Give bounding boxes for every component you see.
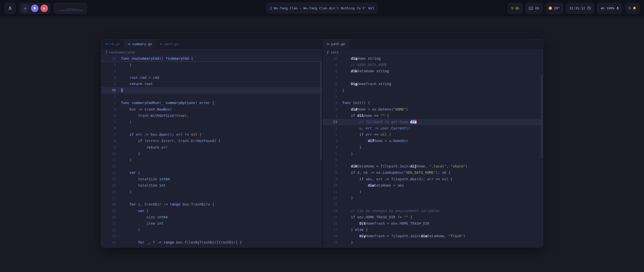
code-line[interactable]: 5} [323, 87, 543, 93]
code-line[interactable]: 1 u, err := user.Current() [323, 125, 543, 131]
code-text: dikDataHome string [342, 68, 389, 74]
code-line[interactable]: 1 return root [101, 81, 322, 87]
recorder-widget[interactable]: 9 [508, 3, 522, 14]
code-line[interactable]: 46} [101, 87, 322, 93]
bar-right-cluster: 9 US 29° 12:31:12 100% [508, 0, 639, 16]
notifications-widget[interactable]: 5 [625, 3, 639, 14]
code-line[interactable]: 7 dihDataHome = filepath.Join(dijHome, "… [323, 163, 543, 169]
go-file-icon: Go [327, 43, 330, 45]
scrollbar-thumb[interactable] [541, 74, 542, 159]
code-line[interactable]: 4 [323, 93, 543, 100]
code-line[interactable]: 12 [101, 163, 322, 169]
code-area-left[interactable]: 26func newSummaryCmd() *summaryCmd {4 }3… [101, 55, 322, 247]
tab-path.go[interactable]: Gopath.go [156, 39, 182, 49]
code-line[interactable]: 9 if abs, err := filepath.Abs(d); err ==… [323, 176, 543, 182]
now-playing-title: Wu-Tang Clan - Wu-Tang Clan Ain't Nuthin… [274, 6, 374, 10]
keyboard-layout-widget[interactable]: US [526, 3, 542, 14]
code-line[interactable]: 7 [323, 75, 543, 81]
temperature-label: 29° [554, 6, 560, 10]
tab-rm.go[interactable]: Gorm.go [101, 39, 124, 49]
code-line[interactable]: 3 box := trash.NewBox( [101, 106, 322, 113]
code-line[interactable]: 18 DiyHomeTrash = filepath.Join(dioDataH… [323, 233, 543, 239]
code-line[interactable]: 4 trash.WithGetSize(true), [101, 113, 322, 119]
code-line[interactable]: 3 [101, 68, 322, 74]
workspace-2[interactable]: N [31, 5, 38, 12]
code-line[interactable]: 20} [323, 246, 543, 247]
code-text: DigHomeTrash string [342, 81, 391, 87]
code-line[interactable]: 25 item++ [101, 246, 322, 247]
code-line[interactable]: 3 difHome = u.HomeDir [323, 138, 543, 144]
code-line[interactable]: 24 for _, f := range box.FilesByTrashDir… [101, 239, 322, 246]
code-line[interactable]: 5 ) [101, 119, 322, 125]
code-line[interactable]: 14 totalSize int64 [101, 176, 322, 182]
volume-widget[interactable]: 100% [597, 3, 622, 14]
code-line[interactable]: 15 if env.HOME_TRASH_DIR != "" { [323, 214, 543, 220]
code-line[interactable]: 19 var ( [101, 208, 322, 214]
microphone-icon [616, 7, 619, 10]
code-line[interactable]: 1 if dilHome == "" { [323, 113, 543, 119]
line-number: 8 [323, 68, 337, 74]
code-line[interactable]: 14 // Can be changed by environment vari… [323, 208, 543, 214]
code-line[interactable]: 6 DigHomeTrash string [323, 81, 543, 87]
code-line[interactable]: 2 if err == nil { [323, 131, 543, 138]
code-line[interactable]: 2 didHome = os.Getenv("HOME") [323, 106, 543, 113]
code-line[interactable]: 4 } [323, 144, 543, 151]
code-line[interactable]: 13 var ( [101, 169, 322, 176]
code-line[interactable]: 10 diwDataHome = abs [323, 182, 543, 189]
code-line[interactable]: 10 } [101, 151, 322, 157]
now-playing-widget[interactable]: ♫ Wu-Tang Clan - Wu-Tang Clan Ain't Nuth… [266, 3, 378, 13]
code-line[interactable]: 4 } [101, 62, 322, 68]
code-text: // Can be changed by environment variabl… [342, 208, 440, 214]
scrollbar-thumb[interactable] [320, 62, 322, 161]
tab-path.go[interactable]: Gopath.go [323, 39, 349, 49]
code-line[interactable]: 1 [101, 93, 322, 100]
tab-label: path.go [331, 42, 345, 46]
code-line[interactable]: 8 if !errors.Is(err, trash.ErrNotFound) … [101, 138, 322, 144]
code-line[interactable]: 2func summaryCmdRun(_ summaryOptions) er… [101, 100, 322, 106]
code-text: } [121, 157, 132, 163]
code-line[interactable]: 8 if d, ok := os.LookupEnv("XDG_DATA_HOM… [323, 169, 543, 176]
code-text: } [342, 189, 361, 195]
go-file-icon: Go [160, 43, 163, 45]
code-line[interactable]: 19 } [323, 239, 543, 246]
code-line[interactable]: 8 dikDataHome string [323, 68, 543, 74]
code-text: for i, trashDir := range box.TrashDirs { [121, 201, 214, 208]
code-area-right[interactable]: 10 diqHome string9 // $XDG_DATA_HOME8 di… [323, 55, 543, 247]
code-line[interactable]: 16 ) [101, 189, 322, 195]
code-line[interactable]: 17 } else { [323, 227, 543, 233]
code-line[interactable]: 5 } [323, 151, 543, 157]
code-line[interactable]: 18 for i, trashDir := range box.TrashDir… [101, 201, 322, 208]
code-text: if !errors.Is(err, trash.ErrNotFound) { [121, 138, 221, 144]
code-line[interactable]: 17 [101, 195, 322, 201]
code-line[interactable]: 13 [323, 201, 543, 208]
code-line[interactable]: 6 [101, 125, 322, 131]
code-line[interactable]: 23 [101, 233, 322, 239]
weather-widget[interactable]: 29° [545, 3, 563, 14]
function-icon: ƒ [327, 50, 329, 54]
code-line[interactable]: 12 } [323, 195, 543, 201]
launcher-button[interactable]: Λ [5, 3, 16, 14]
code-line[interactable]: 2 root.cmd = cmd [101, 75, 322, 81]
workspace-1[interactable]: ◍ [21, 5, 29, 12]
code-line[interactable]: 10 diqHome string [323, 55, 543, 62]
code-line[interactable]: 6 [323, 157, 543, 163]
code-line[interactable]: 20 size int64 [101, 214, 322, 220]
code-line[interactable]: 3func init() { [323, 100, 543, 106]
code-line[interactable]: 11 } [101, 157, 322, 163]
code-line[interactable]: 9 // $XDG_DATA_HOME [323, 62, 543, 68]
context-line[interactable]: 26func newSummaryCmd() *summaryCmd { [101, 55, 322, 62]
code-line[interactable]: 15 totalItem int [101, 182, 322, 189]
code-line[interactable]: 11 } [323, 189, 543, 195]
clock-widget[interactable]: 12:31:12 [566, 3, 594, 14]
code-line[interactable]: 9 return err [101, 144, 322, 151]
code-text: ) [121, 189, 132, 195]
code-line[interactable]: 23 // fallback to get home dia [323, 119, 543, 125]
code-line[interactable]: 7 if err := box.Open(); err != nil { [101, 131, 322, 138]
code-line[interactable]: 21 item int [101, 220, 322, 227]
code-line[interactable]: 22 ) [101, 227, 322, 233]
workspace-3[interactable]: ▶ [41, 5, 48, 12]
system-graph-widget[interactable] [54, 3, 87, 14]
tab-summary.go[interactable]: Gosummary.go [124, 39, 156, 49]
code-line[interactable]: 16 DitHomeTrash = env.HOME_TRASH_DIR [323, 220, 543, 227]
function-icon: ƒ [105, 50, 107, 54]
